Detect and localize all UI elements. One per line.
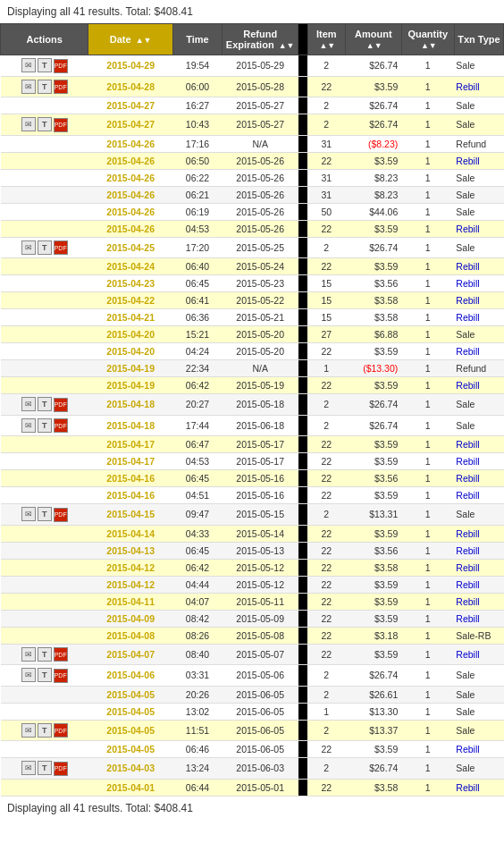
text-icon[interactable]: T	[38, 668, 52, 682]
col-quantity[interactable]: Quantity ▲▼	[401, 24, 454, 55]
quantity-cell: 1	[401, 741, 454, 758]
refund-sort-icon[interactable]: ▲▼	[279, 41, 295, 50]
date-sort-icon[interactable]: ▲▼	[136, 36, 152, 45]
date-cell: 2015-04-08	[88, 627, 172, 644]
date-cell: 2015-04-26	[88, 169, 172, 186]
actions-cell: ✉TPDF	[1, 394, 88, 416]
txn-type-cell: Sale	[454, 504, 503, 526]
email-icon[interactable]: ✉	[21, 647, 36, 662]
txn-type-cell: Rebill	[454, 377, 503, 394]
item-cell: 27	[307, 326, 345, 343]
date-cell: 2015-04-18	[88, 415, 172, 436]
amount-cell: $3.59	[345, 576, 401, 593]
time-cell: 17:16	[172, 135, 222, 152]
txn-type-cell: Sale	[454, 326, 503, 343]
actions-cell	[1, 779, 88, 796]
time-cell: 06:45	[172, 275, 222, 292]
txn-type-cell: Rebill	[454, 576, 503, 593]
pdf-icon[interactable]: PDF	[54, 240, 68, 255]
txn-type-cell: Rebill	[454, 487, 503, 504]
refund-expiration-cell: 2015-06-18	[223, 415, 298, 436]
table-row: 2015-04-2206:412015-05-2215$3.581Rebill	[1, 292, 504, 309]
item-cell: 2	[307, 394, 345, 416]
refund-expiration-cell: 2015-05-07	[223, 644, 298, 665]
item-cell: 22	[307, 470, 345, 487]
text-icon[interactable]: T	[38, 58, 52, 72]
text-icon[interactable]: T	[38, 80, 52, 94]
pdf-icon[interactable]: PDF	[54, 723, 68, 738]
amount-cell: ($13.30)	[345, 360, 401, 377]
item-cell: 2	[307, 55, 345, 77]
amount-cell: $3.59	[345, 525, 401, 542]
text-icon[interactable]: T	[38, 761, 52, 775]
pdf-icon[interactable]: PDF	[54, 647, 68, 662]
email-icon[interactable]: ✉	[21, 723, 36, 738]
pdf-icon[interactable]: PDF	[54, 118, 68, 132]
pdf-icon[interactable]: PDF	[54, 59, 68, 73]
refund-expiration-cell: 2015-05-19	[223, 377, 298, 394]
text-icon[interactable]: T	[38, 418, 52, 433]
refund-expiration-cell: 2015-05-27	[223, 114, 298, 136]
email-icon[interactable]: ✉	[21, 58, 36, 72]
refund-expiration-cell: 2015-05-26	[223, 220, 298, 237]
col-refund-expiration[interactable]: Refund Expiration ▲▼	[223, 24, 298, 55]
quantity-cell: 1	[401, 326, 454, 343]
email-icon[interactable]: ✉	[21, 80, 36, 94]
email-icon[interactable]: ✉	[21, 507, 36, 521]
email-icon[interactable]: ✉	[21, 418, 36, 433]
time-cell: 06:42	[172, 377, 222, 394]
item-cell: 22	[307, 453, 345, 470]
black-cell	[298, 610, 307, 627]
actions-cell	[1, 436, 88, 453]
actions-cell: ✉TPDF	[1, 55, 88, 77]
time-cell: 06:45	[172, 542, 222, 559]
txn-type-cell: Rebill	[454, 559, 503, 576]
email-icon[interactable]: ✉	[21, 668, 36, 682]
amount-cell: $26.61	[345, 686, 401, 703]
quantity-cell: 1	[401, 487, 454, 504]
amount-sort-icon[interactable]: ▲▼	[366, 41, 382, 50]
col-item[interactable]: Item ▲▼	[307, 24, 345, 55]
col-date[interactable]: Date ▲▼	[88, 24, 172, 55]
date-cell: 2015-04-05	[88, 686, 172, 703]
email-icon[interactable]: ✉	[21, 761, 36, 775]
text-icon[interactable]: T	[38, 647, 52, 662]
refund-expiration-cell: 2015-05-29	[223, 55, 298, 77]
pdf-icon[interactable]: PDF	[54, 418, 68, 433]
text-icon[interactable]: T	[38, 117, 52, 131]
text-icon[interactable]: T	[38, 507, 52, 521]
pdf-icon[interactable]: PDF	[54, 762, 68, 776]
summary-top: Displaying all 41 results. Total: $408.4…	[0, 0, 504, 23]
pdf-icon[interactable]: PDF	[54, 398, 68, 412]
refund-expiration-cell: 2015-06-05	[223, 720, 298, 741]
item-cell: 2	[307, 415, 345, 436]
email-icon[interactable]: ✉	[21, 397, 36, 411]
quantity-cell: 1	[401, 758, 454, 780]
pdf-icon[interactable]: PDF	[54, 80, 68, 94]
email-icon[interactable]: ✉	[21, 240, 36, 255]
amount-cell: $3.59	[345, 593, 401, 610]
amount-cell: $26.74	[345, 394, 401, 416]
refund-expiration-cell: 2015-05-11	[223, 593, 298, 610]
text-icon[interactable]: T	[38, 240, 52, 255]
date-cell: 2015-04-22	[88, 292, 172, 309]
table-row: 2015-04-2015:212015-05-2027$6.881Sale	[1, 326, 504, 343]
item-sort-icon[interactable]: ▲▼	[319, 41, 335, 50]
txn-type-cell: Refund	[454, 360, 503, 377]
table-row: 2015-04-1706:472015-05-1722$3.591Rebill	[1, 436, 504, 453]
black-cell	[298, 542, 307, 559]
refund-expiration-cell: 2015-05-12	[223, 559, 298, 576]
text-icon[interactable]: T	[38, 723, 52, 738]
table-row: ✉TPDF2015-04-2806:002015-05-2822$3.591Re…	[1, 76, 504, 97]
date-cell: 2015-04-06	[88, 665, 172, 687]
amount-cell: $8.23	[345, 186, 401, 203]
black-cell	[298, 258, 307, 275]
quantity-sort-icon[interactable]: ▲▼	[421, 41, 437, 50]
pdf-icon[interactable]: PDF	[54, 508, 68, 522]
quantity-cell: 1	[401, 203, 454, 220]
email-icon[interactable]: ✉	[21, 117, 36, 131]
time-cell: 08:26	[172, 627, 222, 644]
text-icon[interactable]: T	[38, 397, 52, 411]
col-amount[interactable]: Amount ▲▼	[345, 24, 401, 55]
pdf-icon[interactable]: PDF	[54, 669, 68, 683]
